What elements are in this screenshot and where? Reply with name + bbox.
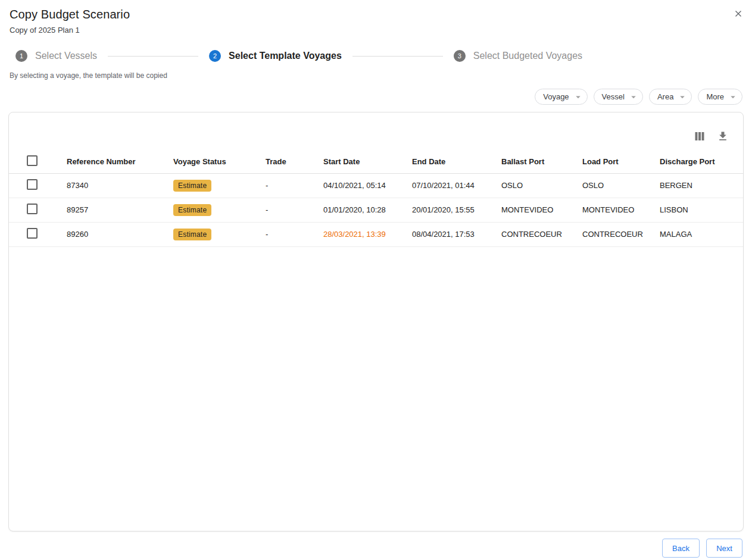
- table-toolbar: [9, 112, 743, 151]
- row-checkbox[interactable]: [27, 204, 38, 214]
- download-icon[interactable]: [717, 130, 729, 142]
- step-2-circle: 2: [209, 50, 221, 62]
- cell-end-date: 08/04/2021, 17:53: [412, 222, 501, 246]
- close-button[interactable]: [732, 8, 744, 20]
- next-button[interactable]: Next: [706, 539, 742, 558]
- cell-discharge-port: MALAGA: [660, 222, 743, 246]
- step-2-label: Select Template Voyages: [229, 51, 342, 61]
- stepper-connector: [108, 56, 198, 57]
- step-select-template-voyages[interactable]: 2 Select Template Voyages: [209, 50, 342, 62]
- col-discharge-port: Discharge Port: [660, 151, 743, 173]
- cell-trade: -: [266, 198, 323, 222]
- stepper: 1 Select Vessels 2 Select Template Voyag…: [15, 49, 742, 63]
- cell-ballast-port: MONTEVIDEO: [501, 198, 582, 222]
- cell-reference-number: 89257: [67, 198, 173, 222]
- cell-end-date: 20/01/2020, 15:55: [412, 198, 501, 222]
- filter-area-label: Area: [657, 92, 673, 101]
- step-1-label: Select Vessels: [35, 51, 97, 61]
- col-end-date: End Date: [412, 151, 501, 173]
- step-3-label: Select Budgeted Voyages: [473, 51, 582, 61]
- dialog-subtitle: Copy of 2025 Plan 1: [10, 26, 742, 35]
- stepper-connector: [352, 56, 443, 57]
- cell-ballast-port: CONTRECOEUR: [501, 222, 582, 246]
- dialog-footer: Back Next: [0, 539, 742, 558]
- cell-load-port: OSLO: [582, 173, 660, 198]
- cell-trade: -: [266, 173, 323, 198]
- cell-voyage-status: Estimate: [173, 198, 266, 222]
- table-row[interactable]: 89257 Estimate - 01/01/2020, 10:28 20/01…: [9, 198, 743, 222]
- select-all-checkbox[interactable]: [27, 155, 38, 166]
- cell-load-port: CONTRECOEUR: [582, 222, 660, 246]
- col-voyage-status: Voyage Status: [173, 151, 266, 173]
- filter-vessel[interactable]: Vessel: [594, 89, 643, 105]
- col-reference-number: Reference Number: [67, 151, 173, 173]
- col-start-date: Start Date: [323, 151, 412, 173]
- cell-trade: -: [266, 222, 323, 246]
- back-button[interactable]: Back: [662, 539, 700, 558]
- cell-voyage-status: Estimate: [173, 173, 266, 198]
- close-icon: [733, 8, 744, 19]
- voyages-table: Reference Number Voyage Status Trade Sta…: [9, 151, 743, 247]
- cell-reference-number: 87340: [67, 173, 173, 198]
- col-trade: Trade: [266, 151, 323, 173]
- dialog-header: Copy Budget Scenario Copy of 2025 Plan 1: [0, 0, 752, 35]
- step-1-circle: 1: [15, 50, 27, 62]
- step-3-circle: 3: [454, 50, 466, 62]
- cell-end-date: 07/10/2021, 01:44: [412, 173, 501, 198]
- cell-start-date: 04/10/2021, 05:14: [323, 173, 412, 198]
- filter-vessel-label: Vessel: [602, 92, 625, 101]
- dialog-title: Copy Budget Scenario: [10, 8, 742, 21]
- filter-more[interactable]: More: [698, 89, 742, 105]
- col-ballast-port: Ballast Port: [501, 151, 582, 173]
- table-body: 87340 Estimate - 04/10/2021, 05:14 07/10…: [9, 173, 743, 246]
- row-checkbox[interactable]: [27, 228, 38, 239]
- step-select-vessels[interactable]: 1 Select Vessels: [15, 50, 97, 62]
- cell-voyage-status: Estimate: [173, 222, 266, 246]
- caret-down-icon: [677, 92, 688, 102]
- filter-area[interactable]: Area: [649, 89, 692, 105]
- filter-voyage-label: Voyage: [543, 92, 569, 101]
- filter-bar: Voyage Vessel Area More: [10, 89, 742, 105]
- table-row[interactable]: 87340 Estimate - 04/10/2021, 05:14 07/10…: [9, 173, 743, 198]
- caret-down-icon: [573, 92, 583, 102]
- columns-icon[interactable]: [694, 131, 705, 142]
- status-badge: Estimate: [173, 204, 211, 216]
- cell-discharge-port: LISBON: [660, 198, 743, 222]
- cell-discharge-port: BERGEN: [660, 173, 743, 198]
- caret-down-icon: [628, 92, 639, 102]
- cell-start-date: 01/01/2020, 10:28: [323, 198, 412, 222]
- filter-voyage[interactable]: Voyage: [535, 89, 587, 105]
- cell-start-date: 28/03/2021, 13:39: [323, 222, 412, 246]
- filter-more-label: More: [706, 92, 724, 101]
- cell-load-port: MONTEVIDEO: [582, 198, 660, 222]
- helper-caption: By selecting a voyage, the template will…: [10, 71, 742, 80]
- voyages-table-card: Reference Number Voyage Status Trade Sta…: [8, 112, 744, 531]
- step-select-budgeted-voyages[interactable]: 3 Select Budgeted Voyages: [454, 50, 582, 62]
- cell-ballast-port: OSLO: [501, 173, 582, 198]
- caret-down-icon: [728, 92, 738, 102]
- cell-reference-number: 89260: [67, 222, 173, 246]
- row-checkbox[interactable]: [27, 179, 38, 190]
- col-load-port: Load Port: [582, 151, 660, 173]
- status-badge: Estimate: [173, 180, 211, 192]
- status-badge: Estimate: [173, 229, 211, 240]
- table-row[interactable]: 89260 Estimate - 28/03/2021, 13:39 08/04…: [9, 222, 743, 246]
- table-header-row: Reference Number Voyage Status Trade Sta…: [9, 151, 743, 173]
